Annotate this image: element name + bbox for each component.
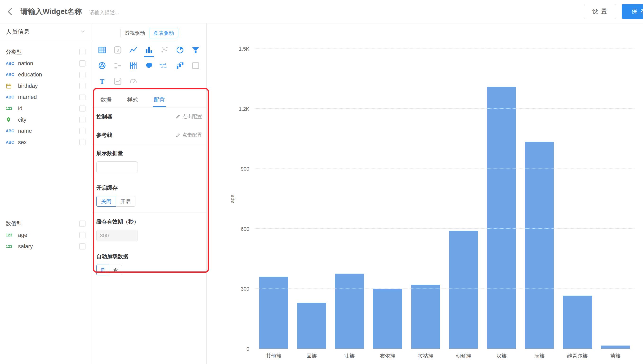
field-checkbox[interactable] [79,117,86,123]
string-type-icon: ABC [6,72,18,77]
x-tick-label: 满族 [520,352,558,359]
controller-configure-label: 点击配置 [182,113,202,120]
back-button[interactable] [6,7,15,16]
x-tick-label: 维吾尔族 [558,352,596,359]
tab-配置[interactable]: 配置 [154,92,165,107]
y-tick-label: 1.2K [207,106,255,112]
reference-line-configure-link[interactable]: 点击配置 [176,132,202,138]
controller-configure-link[interactable]: 点击配置 [176,113,202,120]
widget-description-input[interactable]: 请输入描述... [89,9,119,16]
field-checkbox[interactable] [79,72,86,78]
display-limit-input[interactable] [96,162,138,173]
field-checkbox[interactable] [79,139,86,145]
bar-chart-icon[interactable] [141,42,157,58]
field-checkbox[interactable] [79,60,86,66]
calendar-icon [6,83,18,89]
string-type-icon: ABC [6,129,18,133]
field-item-age[interactable]: 123age [0,230,92,241]
location-pin-icon [6,117,18,122]
field-section: 分类型ABCnationABCeducationbirthdayABCmarri… [0,46,92,148]
china-map-icon[interactable] [141,58,157,73]
wordcloud-icon[interactable]: wordcloud [157,58,172,73]
cache-option-1[interactable]: 开启 [116,196,136,206]
section-label: 分类型 [6,48,79,56]
bar-壮族 [335,274,364,348]
mode-pivot-button[interactable]: 透视驱动 [120,28,150,38]
pie-chart-icon[interactable] [172,42,188,58]
number-type-icon: 123 [6,244,18,249]
field-item-id[interactable]: 123id [0,103,92,114]
chart-type-grid: 8wordcloudT [94,42,206,89]
bar-朝鲜族 [449,231,478,348]
gridline [255,108,634,109]
pencil-icon [176,132,181,138]
chevron-down-icon [80,29,86,34]
tab-样式[interactable]: 样式 [127,92,138,107]
controller-row: 控制器 点击配置 [92,108,206,126]
field-checkbox[interactable] [79,128,86,134]
field-checkbox[interactable] [79,232,86,238]
field-item-nation[interactable]: ABCnation [0,58,92,69]
field-checkbox[interactable] [79,94,86,100]
y-tick-label: 900 [207,166,255,172]
reference-line-configure-label: 点击配置 [182,132,202,138]
gauge-icon[interactable] [126,73,141,89]
field-checkbox[interactable] [79,243,86,250]
field-item-salary[interactable]: 123salary [0,241,92,252]
bar-slot: 朝鲜族 [444,49,482,348]
field-name: nation [18,60,79,67]
confidence-band-icon[interactable] [110,73,126,89]
scatter-chart-icon[interactable] [157,42,172,58]
config-rows: 控制器 点击配置 参考线 点击配置 展示数据量 开启缓存 关闭开启 [92,108,206,281]
dataset-selector[interactable]: 人员信息 [0,24,92,40]
iframe-icon[interactable] [188,58,203,73]
cache-expire-row: 缓存有效期（秒） [92,213,206,247]
field-checkbox[interactable] [79,106,86,112]
section-label-row: 分类型 [0,46,92,58]
field-item-name[interactable]: ABCname [0,126,92,137]
cache-label: 开启缓存 [96,184,202,192]
gridline [255,48,634,49]
section-checkbox[interactable] [79,49,86,55]
line-chart-icon[interactable] [126,42,141,58]
autoload-option-1[interactable]: 否 [109,264,122,275]
section-checkbox[interactable] [79,220,86,227]
bar-布依族 [373,289,402,348]
field-checkbox[interactable] [79,83,86,89]
radar-chart-icon[interactable] [94,58,110,73]
tab-数据[interactable]: 数据 [100,92,112,107]
waterfall-chart-icon[interactable] [172,58,188,73]
display-limit-label: 展示数据量 [96,150,202,157]
svg-text:word: word [159,63,166,66]
settings-button[interactable]: 设 置 [584,4,616,19]
field-item-city[interactable]: city [0,114,92,126]
bars-container: 其他族回族壮族布依族拉祜族朝鲜族汉族满族维吾尔族苗族 [255,49,634,348]
field-item-married[interactable]: ABCmarried [0,92,92,103]
bar-回族 [297,303,326,348]
svg-text:T: T [100,78,104,86]
parallel-chart-icon[interactable] [126,58,141,73]
widget-name-input[interactable]: 请输入Widget名称 [20,7,82,16]
text-icon[interactable]: T [94,73,110,89]
y-tick-label: 1.5K [207,46,255,52]
field-name: married [18,94,79,100]
bar-拉祜族 [411,285,440,348]
field-item-birthday[interactable]: birthday [0,80,92,92]
gridline [255,168,634,169]
table-icon[interactable] [94,42,110,58]
field-sections: 分类型ABCnationABCeducationbirthdayABCmarri… [0,40,92,252]
bar-苗族 [601,346,630,348]
field-name: city [18,117,79,123]
field-item-education[interactable]: ABCeducation [0,69,92,80]
scorecard-icon[interactable]: 8 [110,42,126,58]
field-item-sex[interactable]: ABCsex [0,137,92,148]
cache-expire-input[interactable] [96,230,138,241]
autoload-label: 自动加载数据 [96,253,202,260]
sankey-chart-icon[interactable] [110,58,126,73]
x-tick-label: 苗族 [596,352,634,359]
cache-option-0[interactable]: 关闭 [96,196,116,206]
funnel-chart-icon[interactable] [188,42,203,58]
mode-chart-button[interactable]: 图表驱动 [149,28,178,38]
autoload-option-0[interactable]: 是 [96,264,110,275]
save-button[interactable]: 保 存 [622,4,643,19]
